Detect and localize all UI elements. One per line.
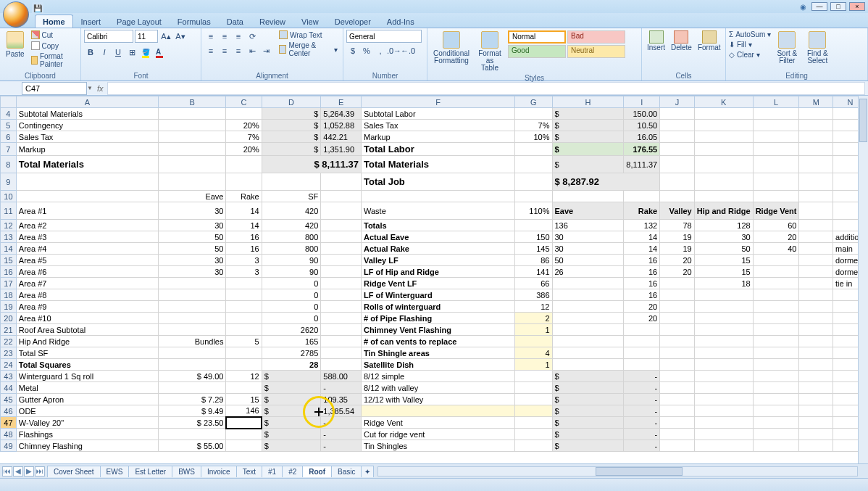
cell-E21[interactable] [321, 324, 362, 336]
cell-C13[interactable]: 16 [226, 231, 262, 243]
cell-D12[interactable]: 420 [262, 220, 321, 231]
cell-E49[interactable]: - [321, 440, 362, 452]
cell-D5[interactable]: $ [262, 120, 321, 131]
cell-M46[interactable] [799, 405, 833, 417]
row-header-5[interactable]: 5 [1, 120, 17, 131]
cell-L44[interactable] [753, 382, 799, 394]
new-sheet-button[interactable]: ✦ [361, 466, 374, 477]
cell-C48[interactable] [226, 429, 262, 440]
cell-F21[interactable]: Chimney Vent Flashing [361, 324, 514, 336]
cell-D17[interactable]: 0 [262, 278, 321, 289]
cell-L48[interactable] [753, 429, 799, 440]
cell-J45[interactable] [660, 394, 695, 405]
row-header-46[interactable]: 46 [1, 405, 17, 417]
cell-H16[interactable]: 26 [552, 266, 624, 278]
cell-H20[interactable] [552, 313, 624, 324]
cell-I6[interactable]: 16.05 [624, 131, 660, 143]
cell-M5[interactable] [799, 120, 833, 131]
name-box[interactable] [22, 82, 87, 95]
cell-I13[interactable]: 14 [624, 231, 660, 243]
col-header-F[interactable]: F [361, 96, 514, 108]
align-center-button[interactable]: ≡ [218, 44, 231, 57]
cell-B21[interactable] [158, 324, 226, 336]
decrease-font-button[interactable]: A▾ [174, 30, 187, 43]
cell-B44[interactable] [158, 382, 226, 394]
row-header-43[interactable]: 43 [1, 371, 17, 382]
sheet-tab-cover-sheet[interactable]: Cover Sheet [47, 466, 101, 477]
row-header-20[interactable]: 20 [1, 313, 17, 324]
restore-button[interactable]: □ [830, 2, 846, 11]
cell-K14[interactable]: 50 [694, 243, 753, 255]
cell-K20[interactable] [694, 313, 753, 324]
cell-B22[interactable]: Bundles [158, 336, 226, 347]
cell-C4[interactable] [226, 108, 262, 120]
cell-D20[interactable]: 0 [262, 313, 321, 324]
cell-L19[interactable] [753, 301, 799, 313]
row-header-13[interactable]: 13 [1, 231, 17, 243]
cell-I24[interactable] [624, 359, 660, 371]
tab-nav-next[interactable]: ▶ [24, 466, 34, 476]
orientation-button[interactable]: ⟳ [246, 30, 259, 43]
cell-K10[interactable] [694, 191, 753, 202]
cell-G14[interactable]: 145 [515, 243, 552, 255]
row-header-45[interactable]: 45 [1, 394, 17, 405]
sort-filter-button[interactable]: Sort & Filter [772, 30, 801, 66]
cell-D18[interactable]: 0 [262, 289, 321, 301]
decrease-decimal-button[interactable]: ←.0 [401, 44, 414, 57]
help-icon[interactable]: ◉ [797, 1, 809, 12]
cell-B46[interactable]: $ 9.49 [158, 405, 226, 417]
font-size-select[interactable] [135, 30, 158, 43]
cell-J16[interactable]: 20 [660, 266, 695, 278]
cell-M12[interactable] [799, 220, 833, 231]
wrap-text-button[interactable]: Wrap Text [277, 30, 340, 40]
formula-bar[interactable] [107, 82, 865, 95]
cell-F20[interactable]: # of Pipe Flashing [361, 313, 514, 324]
cell-K23[interactable] [694, 347, 753, 359]
cell-D10[interactable]: SF [262, 191, 321, 202]
cell-F22[interactable]: # of can vents to replace [361, 336, 514, 347]
cell-K17[interactable]: 18 [694, 278, 753, 289]
cell-D16[interactable]: 90 [262, 266, 321, 278]
cell-F49[interactable]: Tin Shingles [361, 440, 514, 452]
cell-C15[interactable]: 3 [226, 255, 262, 266]
cell-G48[interactable] [515, 429, 552, 440]
cell-E19[interactable] [321, 301, 362, 313]
style-bad[interactable]: Bad [567, 30, 625, 44]
cell-A48[interactable]: Flashings [16, 429, 158, 440]
cell-A7[interactable]: Markup [16, 143, 158, 156]
cell-A9[interactable] [16, 173, 158, 191]
cell-L4[interactable] [753, 108, 799, 120]
cell-G5[interactable]: 7% [515, 120, 552, 131]
cell-B23[interactable] [158, 347, 226, 359]
col-header-M[interactable]: M [799, 96, 833, 108]
cell-H13[interactable]: 30 [552, 231, 624, 243]
cell-H11[interactable]: Eave [552, 202, 624, 220]
cell-K6[interactable] [694, 131, 753, 143]
cell-F7[interactable]: Total Labor [361, 143, 514, 156]
autosum-button[interactable]: Σ AutoSum ▾ [729, 30, 771, 39]
cell-D4[interactable]: $ [262, 108, 321, 120]
cell-M17[interactable] [799, 278, 833, 289]
row-header-18[interactable]: 18 [1, 289, 17, 301]
cell-I17[interactable]: 16 [624, 278, 660, 289]
cell-D22[interactable]: 165 [262, 336, 321, 347]
cell-M47[interactable] [799, 417, 833, 429]
cell-F44[interactable]: 8/12 with valley [361, 382, 514, 394]
cell-D48[interactable]: $ [262, 429, 321, 440]
cell-M45[interactable] [799, 394, 833, 405]
row-header-12[interactable]: 12 [1, 220, 17, 231]
sheet-tab--1[interactable]: #1 [262, 466, 283, 477]
cell-J12[interactable]: 78 [660, 220, 695, 231]
sheet-tab-ews[interactable]: EWS [100, 466, 130, 477]
cell-F48[interactable]: Cut for ridge vent [361, 429, 514, 440]
row-header-4[interactable]: 4 [1, 108, 17, 120]
cell-K48[interactable] [694, 429, 753, 440]
cell-E15[interactable] [321, 255, 362, 266]
cell-K8[interactable] [694, 156, 753, 173]
cell-I44[interactable]: - [624, 382, 660, 394]
sheet-tab-basic[interactable]: Basic [331, 466, 362, 477]
cell-L21[interactable] [753, 324, 799, 336]
cell-M13[interactable] [799, 231, 833, 243]
cell-I20[interactable]: 20 [624, 313, 660, 324]
cell-A8[interactable]: Total Materials [16, 156, 158, 173]
